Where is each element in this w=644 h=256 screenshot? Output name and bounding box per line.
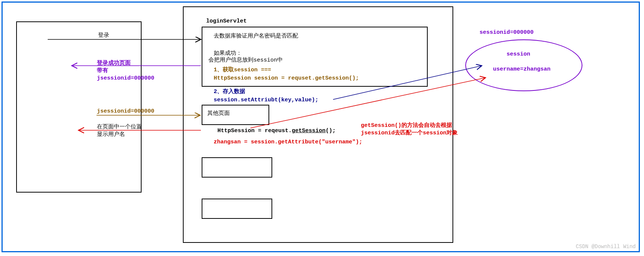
servlet-title: loginServlet	[206, 18, 247, 25]
other-get-session-part2: getSession	[292, 128, 326, 134]
put-in-session: 会把用户信息放到session中	[208, 57, 283, 64]
session-username: username=zhangsan	[493, 66, 550, 73]
verify-text: 去数据库验证用户名密码是否匹配	[214, 33, 298, 40]
watermark: CSDN @Downhill Wind	[576, 244, 636, 250]
session-label: session	[507, 51, 530, 58]
if-success: 如果成功：	[214, 50, 242, 57]
step2: 2、存入数据	[214, 88, 245, 96]
session-ellipse	[465, 39, 582, 91]
other-get-session-part1: HttpSession = reqeust.	[217, 128, 292, 134]
get-session-code: HttpSession session = requset.getSession…	[214, 75, 359, 82]
page-position: 在页面中一个位置	[97, 123, 142, 131]
session-id: sessionid=000000	[480, 29, 534, 36]
login-label: 登录	[98, 32, 109, 39]
note-line1: getSession()的方法会自动去根据	[361, 122, 452, 130]
other-page-label: 其他页面	[207, 110, 230, 117]
show-username: 显示用户名	[97, 131, 125, 139]
with-label: 带有	[97, 67, 108, 75]
step1: 1、获取session ===	[214, 66, 271, 74]
jsessionid-1: jsessionid=000000	[97, 75, 154, 82]
note-line2: jsessionid去匹配一个session对象	[361, 130, 458, 137]
client-box	[16, 21, 142, 193]
other-get-session: HttpSession = reqeust.getSession();	[217, 127, 336, 135]
empty-box-1	[202, 157, 272, 178]
set-attr-code: session.setAttriubt(key,value);	[214, 96, 318, 104]
jsessionid-2: jsessionid=000000	[97, 108, 154, 115]
other-get-session-part3: ();	[326, 128, 336, 134]
empty-box-2	[202, 199, 272, 219]
diagram-outer: loginServlet 去数据库验证用户名密码是否匹配 如果成功： 会把用户信…	[2, 2, 640, 252]
login-success: 登录成功页面	[97, 60, 131, 67]
get-attr-code: zhangsan = session.getAttribute("usernam…	[214, 139, 362, 146]
